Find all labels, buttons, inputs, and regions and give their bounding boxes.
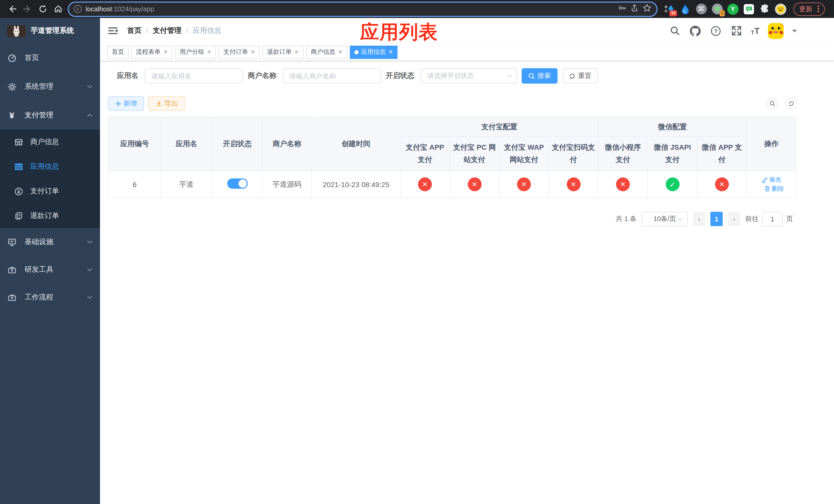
github-icon[interactable] xyxy=(689,25,702,37)
font-size-icon[interactable]: TT xyxy=(751,26,760,35)
dashboard-icon xyxy=(7,53,16,63)
close-icon[interactable]: ✕ xyxy=(207,49,211,55)
page-size-select[interactable]: 10条/页 xyxy=(642,212,688,226)
sidebar-item-dev-tools[interactable]: 研发工具 xyxy=(0,256,100,283)
add-button[interactable]: 新增 xyxy=(108,96,144,111)
extension-pin-icon[interactable]: 10 xyxy=(664,3,675,15)
sidebar-toggle-icon[interactable] xyxy=(107,25,118,37)
page-content: 应用名 商户名称 开启状态 请选择开启状态 xyxy=(100,61,834,504)
cell-status xyxy=(212,171,262,198)
status-badge-wechat-lite xyxy=(616,177,630,191)
extension-badge: 1 xyxy=(719,10,725,16)
close-icon[interactable]: ✕ xyxy=(250,49,255,55)
sidebar-item-system[interactable]: 系统管理 xyxy=(0,72,100,101)
close-icon[interactable]: ✕ xyxy=(163,49,168,55)
reset-button[interactable]: 重置 xyxy=(563,68,597,84)
app-logo[interactable]: 芋道管理系统 xyxy=(0,18,100,44)
sidebar-item-refund-orders[interactable]: 退款订单 xyxy=(0,204,100,228)
prev-page-button[interactable]: ‹ xyxy=(693,212,705,226)
tab-pay-orders[interactable]: 支付订单✕ xyxy=(219,45,260,59)
browser-toolbar: i localhost:1024/pay/app 10 ⌘ xyxy=(0,0,834,18)
col-header-wx-jsapi: 微信 JSAPI 支付 xyxy=(648,137,697,171)
status-badge-wechat-app xyxy=(715,177,729,191)
delete-button[interactable]: 删除 xyxy=(764,184,784,193)
sidebar-item-label: 首页 xyxy=(25,53,93,63)
next-page-button[interactable]: › xyxy=(728,212,740,226)
export-button[interactable]: 导出 xyxy=(148,96,185,111)
sidebar-item-home[interactable]: 首页 xyxy=(0,44,100,72)
caret-down-icon[interactable] xyxy=(792,29,797,35)
sidebar-item-workflow[interactable]: 工作流程 xyxy=(0,283,100,311)
tab-process-form[interactable]: 流程表单✕ xyxy=(131,45,172,59)
sidebar-item-label: 工作流程 xyxy=(25,293,87,302)
chevron-up-icon xyxy=(87,112,93,118)
tab-user-group[interactable]: 用户分组✕ xyxy=(175,45,216,59)
extension-drop-icon[interactable] xyxy=(680,3,691,15)
bookmark-star-icon[interactable] xyxy=(643,4,652,14)
reload-icon[interactable] xyxy=(36,2,49,16)
browser-menu-icon[interactable] xyxy=(818,6,819,12)
url-text[interactable]: localhost:1024/pay/app xyxy=(86,5,154,13)
status-label: 开启状态 xyxy=(386,71,414,81)
tab-merchant-info[interactable]: 商户信息✕ xyxy=(306,45,347,59)
profile-avatar-icon[interactable] xyxy=(775,3,786,15)
tab-app-info[interactable]: 应用信息✕ xyxy=(350,45,397,59)
sidebar: 芋道管理系统 首页 系统管理 ¥ 支付管理 xyxy=(0,18,100,504)
toolbox-icon xyxy=(7,265,16,274)
page-number-1[interactable]: 1 xyxy=(710,212,723,226)
toggle-search-button[interactable] xyxy=(767,98,778,109)
screen: i localhost:1024/pay/app 10 ⌘ xyxy=(0,0,834,504)
extension-badge: 10 xyxy=(670,10,677,16)
user-avatar[interactable] xyxy=(768,23,784,39)
home-icon[interactable] xyxy=(51,2,65,16)
search-button[interactable]: 搜索 xyxy=(522,68,557,84)
help-icon[interactable]: ? xyxy=(710,25,722,37)
chevron-down-icon xyxy=(507,72,512,77)
col-header-status: 开启状态 xyxy=(212,117,262,171)
status-toggle[interactable] xyxy=(227,178,247,189)
extension-y-icon[interactable]: Y xyxy=(727,3,739,15)
close-icon[interactable]: ✕ xyxy=(294,49,299,55)
sidebar-item-infrastructure[interactable]: 基础设施 xyxy=(0,228,100,256)
sidebar-item-payment[interactable]: ¥ 支付管理 xyxy=(0,101,100,130)
shop-icon xyxy=(14,138,23,146)
sidebar-item-pay-orders[interactable]: 支付订单 xyxy=(0,179,100,204)
gear-icon xyxy=(7,82,16,91)
sidebar-item-label: 商户信息 xyxy=(30,137,59,147)
extension-command-icon[interactable]: ⌘ xyxy=(696,3,707,15)
breadcrumb-payment[interactable]: 支付管理 xyxy=(153,26,181,36)
close-icon[interactable]: ✕ xyxy=(338,49,343,55)
extensions-puzzle-icon[interactable] xyxy=(759,3,770,15)
col-header-alipay-wap: 支付宝 WAP 网站支付 xyxy=(499,137,549,171)
site-info-icon[interactable]: i xyxy=(74,5,82,13)
share-icon[interactable] xyxy=(630,4,639,14)
tab-home[interactable]: 首页 xyxy=(107,45,129,59)
sidebar-item-app-info[interactable]: 应用信息 xyxy=(0,154,100,179)
browser-update-button[interactable]: 更新 xyxy=(793,2,825,16)
password-key-icon[interactable] xyxy=(618,4,626,14)
chevron-down-icon xyxy=(87,294,93,300)
goto-page-input[interactable] xyxy=(762,212,783,226)
edit-button[interactable]: 修改 xyxy=(762,175,782,184)
breadcrumb-home[interactable]: 首页 xyxy=(127,26,141,36)
app-name-input[interactable] xyxy=(145,68,243,84)
extension-recorder-icon[interactable]: 1 xyxy=(711,3,723,15)
chevron-down-icon xyxy=(87,84,93,90)
search-icon[interactable] xyxy=(669,25,681,37)
back-icon[interactable] xyxy=(5,2,19,16)
forward-icon[interactable] xyxy=(21,2,34,16)
pagination: 共 1 条 10条/页 ‹ 1 › 前往 页 xyxy=(616,212,793,226)
fullscreen-icon[interactable] xyxy=(730,25,743,37)
table-row: 6 芋道 芋道源码 2021-10-23 08:49:25 xyxy=(109,171,796,198)
status-select[interactable]: 请选择开启状态 xyxy=(421,68,517,84)
merchant-name-input[interactable] xyxy=(283,68,381,84)
extension-chat-icon[interactable] xyxy=(743,3,754,15)
sidebar-item-label: 应用信息 xyxy=(30,162,59,171)
tab-refund-orders[interactable]: 退款订单✕ xyxy=(262,45,303,59)
address-bar[interactable]: i localhost:1024/pay/app xyxy=(69,2,657,16)
group-header-alipay: 支付宝配置 xyxy=(400,117,598,137)
active-dot-icon xyxy=(354,50,358,54)
refresh-button[interactable] xyxy=(786,98,797,109)
close-icon[interactable]: ✕ xyxy=(388,49,393,55)
sidebar-item-merchant-info[interactable]: 商户信息 xyxy=(0,130,100,154)
